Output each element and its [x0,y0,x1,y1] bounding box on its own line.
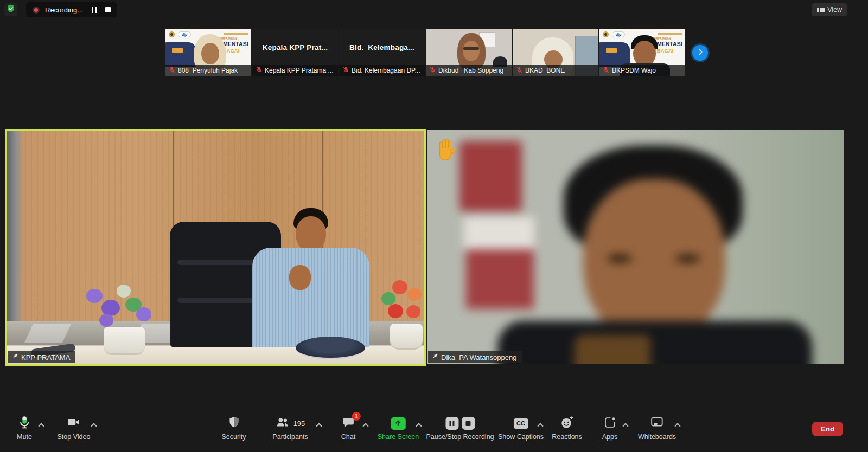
video-name-tag: Dika_PA Watansoppeng [428,351,522,363]
share-screen-icon [391,417,406,430]
participant-thumbnail[interactable]: Bid. Kelembaga... Bid. Kelembagaan DP... [339,29,425,76]
shield-check-icon [6,4,16,16]
whiteboard-icon [650,416,664,431]
muted-mic-icon [256,66,263,75]
participant-name: BKPSDM Wajo [612,67,656,74]
chevron-right-icon [696,48,705,59]
participant-thumbnail[interactable]: Kepala KPP Prat... Kepala KPP Pratama ..… [252,29,338,76]
pin-icon [11,353,18,361]
mute-button[interactable]: Mute [17,415,32,441]
stop-recording-icon-button[interactable] [462,417,475,430]
recording-status-text: Recording... [45,6,83,14]
thumbnail-name-bar: Dikbud_ Kab Soppeng [426,65,512,76]
recording-dot-icon [33,7,40,14]
participant-thumbnail[interactable]: Dikbud_ Kab Soppeng [426,29,512,76]
participant-thumbnail[interactable]: djp EDUKASI PERPAJAKAN IMPLEMENTASI NIK … [165,29,251,76]
reactions-smiley-icon [560,415,574,431]
gallery-view-icon [817,8,825,12]
participant-name: Dika_PA Watansoppeng [441,353,516,361]
microphone-icon [17,415,31,431]
muted-mic-icon [516,66,523,75]
muted-mic-icon [429,66,436,75]
chat-bubble-icon: 1 [342,416,355,431]
view-button-label: View [827,6,842,14]
glasses [463,47,479,50]
participant-face [463,41,480,61]
flower-pot-left [104,327,145,355]
whiteboards-label: Whiteboards [638,433,676,441]
speaker-person [296,216,326,252]
kemenkeu-logo-icon [603,31,609,37]
filmstrip-next-page-button[interactable] [692,45,708,61]
participant-name: Bid. Kelembagaan DP... [352,67,420,74]
whiteboards-button[interactable]: Whiteboards [638,415,676,441]
share-screen-button[interactable]: Share Screen [378,415,419,441]
mute-options-chevron[interactable] [38,423,44,429]
thumbnail-name-bar: 808_Penyuluh Pajak [165,65,251,76]
participant-display-name: Bid. Kelembaga... [339,29,425,66]
show-captions-button[interactable]: CC Show Captions [498,415,544,441]
poster-header-decoration [224,33,248,35]
pause-stop-recording-label: Pause/Stop Recording [426,433,494,441]
pause-recording-icon-button[interactable] [445,417,458,430]
office-video-scene [7,131,424,364]
pause-recording-button[interactable] [92,6,97,14]
participant-face [201,43,219,64]
participant-filmstrip: djp EDUKASI PERPAJAKAN IMPLEMENTASI NIK … [165,29,685,76]
participants-icon [276,416,290,431]
thumbnail-name-bar: Bid. Kelembagaan DP... [339,65,425,76]
participant-name: Kepala KPP Pratama ... [265,67,334,74]
poster-header-decoration [658,33,682,35]
stop-recording-button[interactable] [105,7,111,12]
mute-label: Mute [17,433,32,441]
pause-stop-recording-control: Pause/Stop Recording [426,415,494,441]
zoom-meeting-window: Recording... View djp EDUKASI PERPAJAKAN… [0,0,868,452]
security-shield-icon [227,416,240,431]
participant-face [633,41,656,67]
apps-options-chevron[interactable] [622,423,628,429]
share-screen-label: Share Screen [378,433,419,441]
participants-button[interactable]: 195 Participants [272,415,308,441]
flower-pot-right [390,324,423,350]
recording-indicator: Recording... [26,2,117,17]
video-options-chevron[interactable] [91,423,97,429]
stop-video-button[interactable]: Stop Video [58,415,91,441]
chat-unread-badge: 1 [352,412,361,421]
flower-arrangement-right [380,278,426,326]
end-meeting-button[interactable]: End [812,422,843,436]
participant-thumbnail[interactable]: djp EDUKASI PERPAJAKAN IMPLEMENTASI NIK … [599,29,685,76]
participant-person [583,179,725,341]
participants-label: Participants [272,433,308,441]
video-name-tag: KPP PRATAMA [8,351,75,363]
stop-video-label: Stop Video [58,433,91,441]
participant-name: 808_Penyuluh Pajak [178,67,238,74]
poster-illustration [165,42,196,67]
apps-label: Apps [602,433,618,441]
pin-icon [431,353,438,361]
show-captions-label: Show Captions [498,433,544,441]
thumbnail-name-bar: BKAD_BONE [513,65,598,76]
participants-count: 195 [293,419,305,428]
participant-name: KPP PRATAMA [21,353,70,361]
reactions-label: Reactions [552,433,582,441]
video-tile-dika-pa-watansoppeng[interactable]: Dika_PA Watansoppeng [427,130,844,364]
apps-icon [603,416,617,431]
meeting-info-shield-button[interactable] [4,3,17,16]
raised-hand-icon [436,138,458,165]
participants-options-chevron[interactable] [316,423,322,429]
view-button[interactable]: View [812,3,847,16]
security-button[interactable]: Security [221,415,246,441]
apps-button[interactable]: Apps [602,415,618,441]
reactions-button[interactable]: Reactions [552,415,582,441]
chat-button[interactable]: 1 Chat [341,415,355,441]
end-button-label: End [821,425,835,433]
djp-logo-icon: djp [178,31,191,37]
muted-mic-icon [169,66,176,75]
muted-mic-icon [342,66,349,75]
participant-name: Dikbud_ Kab Soppeng [438,67,503,74]
participant-thumbnail[interactable]: BKAD_BONE [513,29,598,76]
thumbnail-name-bar: Kepala KPP Pratama ... [252,65,338,76]
video-tile-kpp-pratama[interactable]: KPP PRATAMA [5,129,426,366]
chat-options-chevron[interactable] [362,423,368,429]
chat-label: Chat [341,433,355,441]
